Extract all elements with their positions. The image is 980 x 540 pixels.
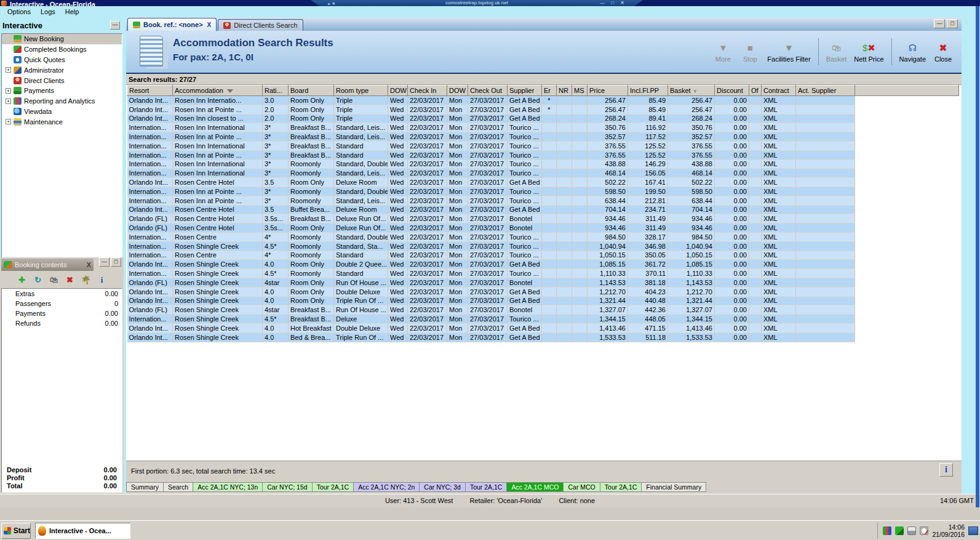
table-row[interactable]: Internation...Rosen Centre4*RoomonlyStan… [127, 251, 959, 260]
sidebar-item-completed-bookings[interactable]: Completed Bookings [2, 44, 122, 55]
column-header[interactable]: Discount [715, 86, 749, 96]
booking-item-passengers[interactable]: Passengers0 [2, 299, 122, 308]
booking-item-payments[interactable]: Payments0.00 [2, 308, 122, 318]
column-header[interactable]: Check In [408, 86, 447, 96]
table-row[interactable]: Orlando Int...Rosen Inn at Pointe ...2.0… [127, 105, 959, 114]
portion-tab-car-nyc-15d[interactable]: Car NYC; 15d [263, 482, 312, 492]
table-row[interactable]: Internation...Rosen Inn International3*B… [127, 141, 959, 150]
column-header[interactable]: MS [572, 86, 588, 96]
table-row[interactable]: Internation...Rosen Inn International3*R… [127, 169, 959, 178]
table-row[interactable]: Orlando Int...Rosen Inn closest to ...2.… [127, 114, 959, 123]
table-row[interactable]: Internation...Rosen Inn at Pointe ...3*B… [127, 132, 959, 142]
table-row[interactable]: Internation...Rosen Shingle Creek4.5*Roo… [127, 241, 959, 251]
table-row[interactable]: Internation...Rosen Shingle Creek4.5*Bre… [127, 315, 959, 324]
column-header[interactable]: Er [542, 86, 557, 96]
filter-funnel-icon[interactable] [227, 89, 233, 93]
table-row[interactable]: Orlando (FL)Rosen Shingle Creek4starRoom… [127, 278, 959, 287]
column-header[interactable]: DOW [447, 86, 468, 96]
expander-icon[interactable]: + [6, 88, 11, 94]
sidebar-item-administrator[interactable]: +Administrator [2, 65, 122, 75]
sidebar-item-maintenance[interactable]: +Maintenance [2, 116, 122, 127]
expander-icon[interactable]: + [6, 67, 11, 73]
column-header[interactable]: Board [289, 86, 334, 96]
expander-icon[interactable]: + [6, 99, 11, 104]
expander-icon[interactable]: + [6, 119, 11, 124]
table-row[interactable]: Internation...Rosen Shingle Creek4.5*Roo… [127, 269, 959, 278]
basket-button[interactable]: 🛍 Basket [823, 41, 851, 63]
panel-close-icon[interactable]: X [87, 261, 91, 268]
portion-tab-summary[interactable]: Summary [126, 482, 164, 492]
panel-maximize-button[interactable]: □ [111, 257, 121, 267]
pane-minimize-button[interactable]: — [934, 19, 945, 28]
booking-item-refunds[interactable]: Refunds0.00 [2, 318, 122, 328]
menu-logs[interactable]: Logs [36, 7, 60, 16]
column-header[interactable]: Incl.Fl.PP [628, 86, 668, 96]
portion-tab-tour-2a-1c[interactable]: Tour 2A,1C [313, 482, 354, 492]
column-header[interactable]: Supplier [508, 86, 542, 96]
table-row[interactable]: Orlando Int...Rosen Shingle Creek4.0Room… [127, 296, 959, 305]
table-row[interactable]: Internation...Rosen Inn at Pointe ...3*R… [127, 187, 959, 196]
column-header[interactable]: Contract [762, 86, 796, 96]
tray-chart-icon[interactable] [883, 526, 891, 535]
portion-tab-search[interactable]: Search [164, 482, 193, 492]
facilities-filter-button[interactable]: ▼ Facilities Filter [763, 41, 814, 63]
booking-item-extras[interactable]: Extras0.00 [2, 289, 122, 299]
tray-messenger-icon[interactable] [895, 526, 904, 535]
column-header[interactable]: DOW [388, 86, 408, 96]
start-button[interactable]: Start [1, 523, 31, 539]
table-row[interactable]: Orlando (FL)Rosen Centre Hotel3.5s...Bre… [127, 214, 959, 224]
basket-transfer-icon[interactable]: 🛍 [49, 275, 59, 285]
sidebar-item-quick-quotes[interactable]: Quick Quotes [2, 55, 122, 65]
panel-minimize-button[interactable]: — [99, 257, 110, 267]
portion-tab-car-nyc-3d[interactable]: Car NYC; 3d [420, 482, 466, 492]
column-header[interactable]: Resort [127, 86, 173, 96]
pin-icon[interactable]: ▲■ [327, 1, 336, 6]
table-row[interactable]: Internation...Rosen Inn at Pointe ...3*B… [127, 150, 959, 159]
sidebar-item-new-booking[interactable]: New Booking [2, 34, 122, 44]
portion-tab-acc-2a-1c-nyc-2n[interactable]: Acc 2A,1C NYC; 2n [354, 482, 420, 492]
tab-close-icon[interactable]: X [207, 22, 212, 28]
info-button[interactable]: i [939, 463, 953, 477]
delete-item-icon[interactable]: ✖ [65, 275, 75, 285]
column-header[interactable]: NR [557, 86, 572, 96]
table-row[interactable]: Orlando Int...Rosen Centre Hotel3.5Buffe… [127, 205, 959, 214]
portion-tab-tour-2a-1c[interactable]: Tour 2A,1C [466, 482, 508, 492]
table-row[interactable]: Internation...Rosen Inn International3*B… [127, 123, 959, 132]
tab-direct-clients-search[interactable]: Direct Clients Search [218, 19, 303, 31]
column-header[interactable]: Act. Supplier [796, 86, 855, 96]
table-row[interactable]: Orlando Int...Rosen Shingle Creek4.0Bed … [127, 332, 959, 342]
portion-tab-financial-summary[interactable]: Financial Summary [642, 482, 706, 492]
navigate-button[interactable]: ☊ Navigate [896, 41, 930, 63]
table-row[interactable]: Orlando Int...Rosen Centre Hotel3.5Room … [127, 178, 959, 187]
close-button[interactable]: ✖ Close [930, 41, 957, 63]
tab-booking-ref[interactable]: Book. ref.: <none> X [127, 18, 217, 31]
more-button[interactable]: ▼ More [709, 41, 736, 63]
menu-help[interactable]: Help [60, 7, 84, 16]
rdp-connection-bar[interactable]: ▲■ comostreetrap.topdog.uk.net — □ ✕ [311, 0, 643, 6]
column-header[interactable]: Check Out [468, 86, 508, 96]
column-header[interactable]: Basket▼ [668, 86, 715, 96]
portion-tab-car-mco[interactable]: Car MCO [564, 482, 600, 492]
column-header[interactable]: Of [749, 86, 762, 96]
tray-scheduler-icon[interactable] [920, 526, 928, 535]
palm-booking-icon[interactable]: 🌴 [81, 275, 91, 285]
refresh-quote-icon[interactable]: ↻ [33, 275, 43, 285]
table-row[interactable]: Orlando Int...Rosen Shingle Creek4.0Room… [127, 287, 959, 296]
tray-network-icon[interactable] [907, 526, 916, 535]
stop-button[interactable]: ■ Stop [736, 41, 763, 63]
booking-panel-caption[interactable]: Booking contents X [1, 259, 94, 271]
portion-tab-acc-2a-1c-nyc-13n[interactable]: Acc 2A,1C NYC; 13n [193, 482, 263, 492]
nett-price-button[interactable]: $✖ Nett Price [850, 41, 887, 63]
sidebar-item-viewdata[interactable]: Viewdata [2, 107, 122, 117]
info-icon[interactable]: i [97, 275, 107, 285]
portion-tab-tour-2a-1c[interactable]: Tour 2A,1C [600, 482, 642, 492]
table-row[interactable]: Internation...Rosen Centre4*RoomonlyStan… [127, 232, 959, 241]
table-row[interactable]: Orlando (FL)Rosen Shingle Creek4starBrea… [127, 305, 959, 315]
taskbar-clock[interactable]: 14:06 21/09/2016 [932, 523, 965, 538]
add-item-icon[interactable]: ✚ [17, 275, 27, 285]
sidebar-item-payments[interactable]: +Payments [2, 86, 122, 96]
table-row[interactable]: Internation...Rosen Inn at Pointe ...3*R… [127, 196, 959, 205]
taskbar-task-interactive[interactable]: Interactive - Ocea... [35, 523, 130, 539]
column-header[interactable]: Accommodation [173, 86, 263, 96]
rdp-window-buttons[interactable]: — □ ✕ [600, 0, 627, 6]
